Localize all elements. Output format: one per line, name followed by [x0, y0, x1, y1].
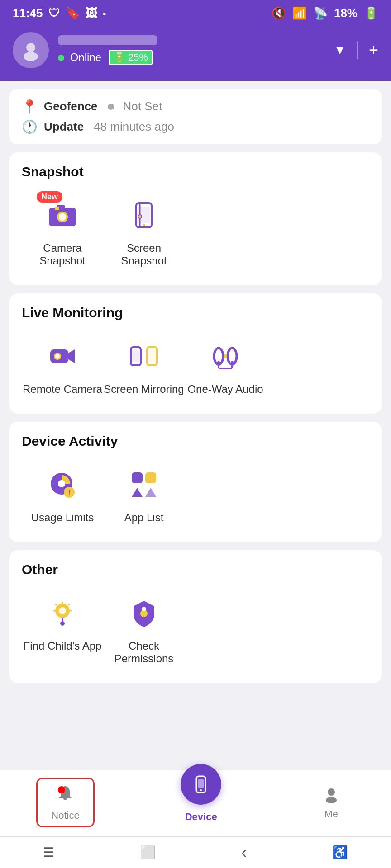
svg-line-40 [68, 604, 70, 605]
check-permissions-label: Check Permissions [103, 640, 185, 665]
svg-text:!: ! [68, 489, 71, 496]
bookmark-icon: 🔖 [66, 6, 80, 20]
svg-rect-17 [132, 349, 139, 362]
svg-rect-22 [217, 361, 220, 366]
usage-limits-label: Usage Limits [31, 511, 94, 524]
update-row: 🕐 Update 48 minutes ago [22, 119, 369, 134]
svg-marker-35 [145, 488, 156, 497]
image-icon: 🖼 [86, 6, 97, 20]
avatar [13, 32, 49, 68]
mute-icon: 🔇 [272, 6, 286, 20]
remote-camera-icon [47, 340, 78, 372]
svg-point-15 [55, 354, 60, 359]
screen-mirroring-icon-bg [124, 336, 164, 377]
one-way-audio-icon [210, 340, 241, 372]
me-label: Me [324, 808, 338, 820]
back-button[interactable]: ‹ [241, 843, 247, 862]
battery-display: 18% [334, 6, 358, 20]
svg-point-43 [59, 607, 66, 614]
usage-limits-item[interactable]: ! Usage Limits [22, 460, 103, 528]
svg-point-47 [142, 607, 146, 611]
one-way-audio-label: One-Way Audio [187, 383, 263, 396]
update-label: Update [44, 120, 84, 134]
menu-button[interactable]: ☰ [43, 845, 54, 860]
header: Online 🔋 25% ▼ + [0, 25, 391, 81]
header-info: Online 🔋 25% [58, 35, 324, 65]
device-icon [191, 774, 211, 794]
geofence-value: Not Set [123, 99, 162, 113]
nav-me[interactable]: Me [308, 780, 355, 825]
screen-mirroring-item[interactable]: Screen Mirroring [103, 331, 185, 400]
geofence-label: Geofence [44, 99, 98, 113]
dot-icon: ● [103, 10, 106, 17]
check-permissions-item[interactable]: Check Permissions [103, 588, 185, 670]
header-actions[interactable]: ▼ + [334, 41, 378, 60]
other-grid: Find Child's App Check Permissions [22, 588, 369, 670]
update-value: 48 minutes ago [94, 120, 174, 134]
nav-notice[interactable]: Notice [36, 778, 94, 827]
add-button[interactable]: + [369, 41, 378, 60]
svg-rect-50 [198, 779, 204, 788]
svg-point-53 [326, 797, 337, 803]
check-permissions-icon-bg [124, 593, 164, 633]
dropdown-button[interactable]: ▼ [334, 43, 346, 57]
screen-snapshot-icon-bg [124, 195, 164, 236]
screen-snapshot-icon [128, 199, 160, 231]
header-status: Online 🔋 25% [58, 50, 324, 65]
system-nav: ☰ ⬜ ‹ ♿ [0, 836, 391, 868]
online-label: Online [70, 51, 101, 63]
other-title: Other [22, 562, 369, 577]
clock-icon: 🕐 [22, 119, 38, 134]
find-childs-app-item[interactable]: Find Child's App [22, 588, 103, 670]
one-way-audio-item[interactable]: One-Way Audio [185, 331, 266, 400]
screen-mirroring-icon [128, 340, 160, 372]
camera-snapshot-item[interactable]: New Camera Snapshot [22, 190, 103, 272]
device-label: Device [185, 811, 217, 823]
svg-point-51 [200, 789, 202, 791]
online-dot [58, 55, 64, 61]
remote-camera-label: Remote Camera [23, 383, 102, 396]
device-button[interactable] [181, 764, 221, 805]
svg-point-1 [24, 52, 38, 61]
app-list-icon [128, 469, 160, 500]
usage-limits-icon: ! [47, 469, 78, 500]
svg-point-45 [60, 621, 65, 626]
screen-snapshot-label: Screen Snapshot [103, 242, 185, 267]
svg-rect-23 [231, 361, 234, 366]
live-monitoring-grid: Remote Camera Screen Mirroring [22, 331, 369, 400]
svg-marker-13 [68, 349, 75, 363]
accessibility-button[interactable]: ♿ [332, 845, 348, 860]
svg-point-29 [58, 480, 65, 487]
info-strip: 📍 Geofence Not Set 🕐 Update 48 minutes a… [9, 89, 382, 144]
svg-line-39 [55, 604, 57, 605]
shield-icon: 🛡 [48, 6, 60, 20]
geofence-icon: 📍 [22, 99, 38, 114]
notice-label: Notice [51, 810, 79, 821]
bell-icon [55, 783, 75, 803]
remote-camera-item[interactable]: Remote Camera [22, 331, 103, 400]
nav-device[interactable]: Device [167, 778, 235, 827]
snapshot-grid: New Camera Snapshot [22, 190, 369, 272]
remote-camera-icon-bg [42, 336, 83, 377]
status-bar: 11:45 🛡 🔖 🖼 ● 🔇 📶 📡 18% 🔋 [0, 0, 391, 25]
svg-rect-19 [148, 349, 156, 362]
screen-snapshot-item[interactable]: Screen Snapshot [103, 190, 185, 272]
not-set-dot [108, 104, 114, 110]
content: 📍 Geofence Not Set 🕐 Update 48 minutes a… [0, 89, 391, 791]
app-list-item[interactable]: App List [103, 460, 185, 528]
find-childs-app-icon-bg [42, 593, 83, 633]
device-activity-section: Device Activity ! Usage Limits [9, 422, 382, 542]
svg-rect-33 [145, 472, 156, 483]
signal-icon: 📡 [313, 6, 328, 20]
notice-icon-wrap [55, 783, 75, 806]
svg-rect-6 [55, 207, 59, 210]
home-button[interactable]: ⬜ [140, 845, 156, 860]
svg-point-52 [328, 788, 335, 796]
svg-rect-32 [132, 472, 143, 483]
app-list-icon-bg [124, 464, 164, 505]
device-activity-grid: ! Usage Limits App List [22, 460, 369, 528]
snapshot-title: Snapshot [22, 164, 369, 179]
svg-marker-34 [132, 488, 143, 497]
one-way-audio-icon-bg [205, 336, 246, 377]
find-childs-app-label: Find Child's App [24, 640, 102, 652]
